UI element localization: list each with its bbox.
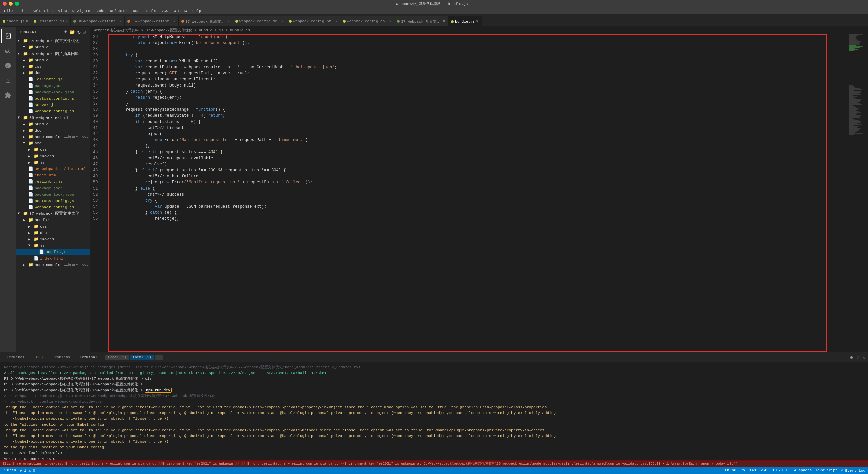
tab-webpack-peizhiwenjian[interactable]: 37-webpack-配置文件优化\...×: [179, 16, 232, 26]
tree-item[interactable]: ▼📁37-webpack-配置文件优化: [16, 210, 90, 217]
tab-close-eslint-html[interactable]: ×: [174, 20, 176, 23]
tree-item[interactable]: ▼📁35-webpack-图片抽离回顾: [16, 50, 90, 57]
tab-peizhiwenjian-package[interactable]: 37-webpack-配置文件优化\package.json×: [394, 16, 448, 26]
tab-close-eslintrc-js[interactable]: ×: [66, 20, 68, 23]
tab-close-webpack-config-dev[interactable]: ×: [281, 20, 283, 23]
menu-edit[interactable]: Edit: [16, 8, 30, 14]
close-button[interactable]: [3, 2, 7, 6]
menu-code[interactable]: Code: [93, 8, 107, 14]
git-icon[interactable]: [1, 59, 15, 72]
tree-item[interactable]: 📄webpack.config.js: [16, 108, 90, 114]
panel-tab-terminal[interactable]: Terminal: [3, 354, 29, 361]
tree-item[interactable]: ▶📁js: [16, 159, 90, 166]
menu-file[interactable]: File: [1, 8, 16, 14]
tree-item[interactable]: 📄package.json: [16, 185, 90, 191]
tree-item[interactable]: ▶📁doc: [16, 230, 90, 236]
menu-tools[interactable]: Tools: [142, 8, 159, 14]
maximize-button[interactable]: [15, 2, 19, 6]
tree-item[interactable]: ▶📁bundle: [16, 121, 90, 127]
tab-close-peizhiwenjian-package[interactable]: ×: [443, 20, 445, 23]
tree-item[interactable]: ▶📁css: [16, 63, 90, 70]
status-spaces[interactable]: 5145: [760, 468, 768, 472]
panel-controls[interactable]: ⚙ ⤢ ✕: [850, 354, 865, 360]
tab-close-webpack-config-prod[interactable]: ×: [335, 20, 337, 23]
extensions-icon[interactable]: [1, 89, 15, 102]
tree-item[interactable]: ▶📁doc: [16, 127, 90, 134]
tab-index-js[interactable]: index.js×: [0, 16, 31, 26]
tree-item[interactable]: ▶📁bundle: [16, 57, 90, 63]
status-indent[interactable]: 4 spaces: [794, 468, 812, 472]
tree-item[interactable]: 📄bundle.js: [16, 249, 90, 255]
status-lang[interactable]: JavaScript: [815, 468, 837, 472]
tab-eslint-html[interactable]: 36-webpack-eslint.html×: [125, 16, 179, 26]
panel-close-icon[interactable]: ✕: [863, 354, 865, 360]
panel-tab-problems[interactable]: Problems: [48, 354, 74, 361]
tab-close-eslint-package-json[interactable]: ×: [120, 20, 122, 23]
menu-vcs[interactable]: VCS: [159, 8, 171, 14]
terminal-content[interactable]: Recently updated (since 2021-11-2161): 1…: [0, 363, 868, 460]
menu-navigate[interactable]: Navigate: [70, 8, 93, 14]
status-ln[interactable]: Ln 66, Col 140: [725, 468, 756, 472]
tree-item[interactable]: ▶📁images: [16, 153, 90, 159]
menu-refactor[interactable]: Refactor: [107, 8, 130, 14]
tree-item[interactable]: 📄index.html: [16, 255, 90, 262]
tab-bundle-js[interactable]: bundle.js×: [448, 16, 481, 26]
tree-item[interactable]: 📄.eslintrc.js: [16, 76, 90, 82]
tree-item[interactable]: ▶📁css: [16, 223, 90, 230]
debug-icon[interactable]: [1, 74, 15, 87]
status-git-branch[interactable]: ⑂ main: [3, 468, 16, 472]
tab-close-webpack-peizhiwenjian[interactable]: ×: [227, 20, 229, 23]
code-editor[interactable]: 2627282930313233343536373839404142434445…: [90, 34, 848, 352]
panel-maximize-icon[interactable]: ⤢: [856, 354, 860, 360]
tree-item[interactable]: ▶📁doc: [16, 70, 90, 76]
status-line-end[interactable]: LF: [786, 468, 790, 472]
tree-item[interactable]: ▼📁src: [16, 140, 90, 146]
terminal-local-3[interactable]: Local (3): [130, 355, 154, 360]
tab-eslint-package-json[interactable]: 36-webpack-eslint\package.json×: [71, 16, 125, 26]
minimize-button[interactable]: [9, 2, 13, 6]
tree-item[interactable]: ▶📁css: [16, 146, 90, 153]
tree-item[interactable]: ▶📁images: [16, 236, 90, 242]
tree-item[interactable]: ▼📁36-webpack-eslint: [16, 114, 90, 121]
status-encoding[interactable]: UTF-8: [772, 468, 783, 472]
tree-item[interactable]: 📄webpack.config.js: [16, 204, 90, 210]
tab-close-index-js[interactable]: ×: [26, 20, 28, 23]
tab-webpack-config-dev[interactable]: webpack.config.dev.js×: [232, 16, 286, 26]
tree-item[interactable]: ▼📁bundle: [16, 44, 90, 50]
tree-item[interactable]: 📄postcss.config.js: [16, 198, 90, 204]
tab-close-webpack-config-common[interactable]: ×: [389, 20, 391, 23]
tree-item[interactable]: 📄package-lock.json: [16, 191, 90, 198]
tree-item[interactable]: 📄package.json: [16, 82, 90, 89]
terminal-add[interactable]: +: [155, 355, 163, 360]
tree-item[interactable]: 📄36-webpack-eslint.html: [16, 166, 90, 172]
tree-item[interactable]: 📄package-lock.json: [16, 89, 90, 95]
tab-webpack-config-prod[interactable]: webpack.config.prod.js×: [286, 16, 340, 26]
tree-item[interactable]: 📄index.html: [16, 172, 90, 178]
panel-tab-todo[interactable]: TODO: [30, 354, 47, 361]
status-errors[interactable]: ⊗ 1 ⚠ 0: [20, 468, 35, 473]
tree-item[interactable]: ▼📁34-webpack-配置文件优化: [16, 38, 90, 44]
search-icon[interactable]: [1, 44, 15, 58]
sidebar-controls[interactable]: + 📁 ↻ ⊟: [64, 29, 86, 35]
terminal-local-2[interactable]: Local (2): [105, 355, 129, 360]
tab-webpack-config-common[interactable]: webpack.config.common.js×: [340, 16, 394, 26]
explorer-icon[interactable]: [1, 29, 15, 43]
tree-item[interactable]: 📄server.js: [16, 102, 90, 108]
menu-help[interactable]: Help: [190, 8, 204, 14]
menu-selection[interactable]: Selection: [30, 8, 55, 14]
menu-view[interactable]: View: [55, 8, 69, 14]
panel-tab-terminal2[interactable]: Terminal: [75, 354, 101, 361]
tree-item[interactable]: ▶📁node_moduleslibrary root: [16, 134, 90, 140]
panel-settings-icon[interactable]: ⚙: [850, 354, 853, 360]
tab-eslintrc-js[interactable]: .eslintrc.js×: [31, 16, 71, 26]
tree-item[interactable]: ▼📁js: [16, 242, 90, 249]
tree-item[interactable]: ▶📁bundle: [16, 217, 90, 223]
tree-item[interactable]: 📄postcss.config.js: [16, 95, 90, 102]
menu-run[interactable]: Run: [130, 8, 143, 14]
menu-window[interactable]: Window: [171, 8, 190, 14]
tab-close-bundle-js[interactable]: ×: [476, 20, 478, 23]
tree-item[interactable]: ▶📁node_moduleslibrary root: [16, 262, 90, 268]
status-event-log[interactable]: ⚡ Event Log: [841, 468, 865, 473]
tree-item[interactable]: 📄.eslintrc.js: [16, 178, 90, 185]
editor-area: webpack核心基础代码资料 > 37-webpack-配置文件优化 > bu…: [90, 27, 868, 352]
